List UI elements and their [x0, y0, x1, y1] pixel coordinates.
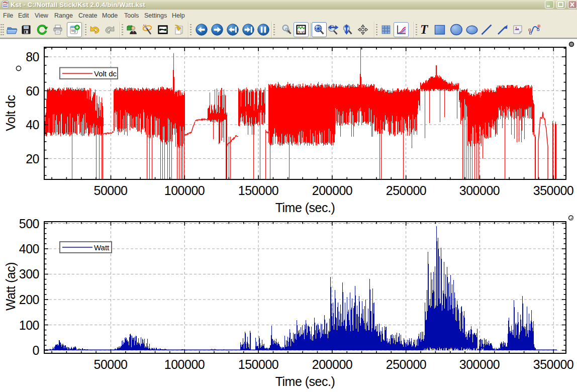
svg-text:250000: 250000 — [386, 183, 426, 198]
svg-text:(x,y): (x,y) — [298, 30, 305, 34]
svg-text:200: 200 — [19, 292, 39, 307]
svg-text:250000: 250000 — [386, 357, 426, 371]
svg-text:80: 80 — [26, 50, 39, 64]
svg-text:50000: 50000 — [93, 357, 127, 371]
svg-text:log: log — [71, 29, 76, 33]
svg-text:Time (sec.): Time (sec.) — [275, 201, 335, 215]
svg-text:200000: 200000 — [312, 357, 352, 371]
svg-text:300: 300 — [19, 267, 39, 281]
svg-text:150000: 150000 — [238, 357, 278, 371]
svg-text:400: 400 — [19, 242, 39, 256]
svg-text:300000: 300000 — [459, 183, 500, 198]
svg-text:100: 100 — [19, 318, 39, 332]
svg-text:300000: 300000 — [459, 357, 500, 371]
svg-text:T: T — [420, 24, 429, 36]
svg-text:Watt (ac): Watt (ac) — [4, 262, 18, 311]
svg-text:350000: 350000 — [533, 183, 573, 198]
svg-text:150000: 150000 — [238, 183, 278, 198]
svg-text:Volt dc: Volt dc — [4, 95, 18, 131]
svg-text:200000: 200000 — [312, 183, 352, 198]
svg-text:50000: 50000 — [93, 183, 127, 198]
svg-text:0: 0 — [33, 343, 39, 357]
svg-text:100000: 100000 — [164, 357, 205, 371]
svg-text:40: 40 — [26, 118, 39, 132]
svg-text:100000: 100000 — [164, 183, 205, 198]
svg-text:20: 20 — [26, 152, 39, 166]
svg-text:Time (sec.): Time (sec.) — [275, 374, 335, 388]
svg-text:60: 60 — [26, 84, 39, 98]
svg-text:Volt dc: Volt dc — [94, 69, 117, 78]
svg-text:500: 500 — [19, 217, 39, 231]
svg-text:Watt: Watt — [94, 243, 110, 252]
svg-text:350000: 350000 — [533, 357, 573, 371]
